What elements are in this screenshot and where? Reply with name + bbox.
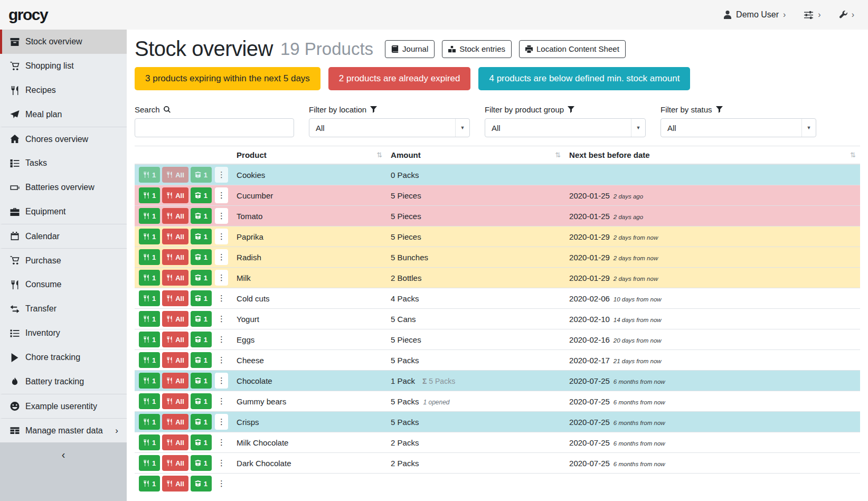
consume-all-button[interactable]: All [162,434,188,450]
open-one-button[interactable]: 1 [191,290,212,306]
row-menu-button[interactable]: ⋮ [215,352,228,368]
row-menu-button[interactable]: ⋮ [215,414,228,430]
row-menu-button[interactable]: ⋮ [215,455,228,471]
user-menu[interactable]: Demo User › [723,10,786,20]
consume-all-button[interactable]: All [162,229,188,244]
sidebar-item-chore-tracking[interactable]: Chore tracking [0,345,127,370]
sidebar-item-transfer[interactable]: Transfer [0,297,127,321]
open-one-button[interactable]: 1 [191,167,212,183]
open-one-button[interactable]: 1 [191,393,212,409]
open-one-button[interactable]: 1 [191,249,212,265]
column-header-product[interactable]: Product ⇅ [232,146,386,165]
row-menu-button[interactable]: ⋮ [215,208,228,224]
product-group-filter-select[interactable]: All ▼ [485,118,646,137]
consume-one-button[interactable]: 1 [139,270,160,286]
row-menu-button[interactable]: ⋮ [215,187,228,203]
sidebar-item-tasks[interactable]: Tasks [0,151,127,175]
open-one-button[interactable]: 1 [191,373,212,389]
consume-all-button[interactable]: All [162,373,188,389]
consume-all-button[interactable]: All [162,393,188,409]
consume-one-button[interactable]: 1 [139,208,160,224]
sidebar-item-manage-master-data[interactable]: Manage master data › [0,418,127,442]
consume-one-button[interactable]: 1 [139,187,160,203]
row-menu-button[interactable]: ⋮ [215,290,228,306]
sidebar-item-stock-overview[interactable]: Stock overview [0,30,127,54]
open-one-button[interactable]: 1 [191,434,212,450]
row-menu-button[interactable]: ⋮ [215,434,228,450]
open-one-button[interactable]: 1 [191,311,212,327]
sidebar-item-equipment[interactable]: Equipment [0,200,127,224]
app-logo[interactable]: grocy [8,6,48,24]
consume-all-button[interactable]: All [162,455,188,471]
open-one-button[interactable]: 1 [191,476,212,491]
sidebar-item-meal-plan[interactable]: Meal plan [0,102,127,127]
consume-all-button[interactable]: All [162,414,188,430]
alert-expiring-soon[interactable]: 3 products expiring within the next 5 da… [135,67,320,90]
open-one-button[interactable]: 1 [191,208,212,224]
consume-all-button[interactable]: All [162,249,188,265]
admin-menu[interactable]: › [839,10,854,20]
sidebar-item-purchase[interactable]: Purchase [0,248,127,272]
consume-all-button[interactable]: All [162,167,188,183]
open-one-button[interactable]: 1 [191,352,212,368]
consume-all-button[interactable]: All [162,187,188,203]
open-one-button[interactable]: 1 [191,332,212,347]
column-header-best-before[interactable]: Next best before date ⇅ [565,146,860,165]
consume-all-button[interactable]: All [162,352,188,368]
sidebar-item-shopping-list[interactable]: Shopping list [0,54,127,78]
location-content-sheet-button[interactable]: Location Content Sheet [519,40,626,58]
consume-one-button[interactable]: 1 [139,352,160,368]
consume-one-button[interactable]: 1 [139,332,160,347]
consume-all-button[interactable]: All [162,476,188,491]
status-filter-select[interactable]: All ▼ [661,118,816,137]
open-one-button[interactable]: 1 [191,187,212,203]
alert-expired[interactable]: 2 products are already expired [328,67,471,90]
sidebar-item-consume[interactable]: Consume [0,272,127,297]
settings-menu[interactable]: › [804,10,820,20]
consume-all-button[interactable]: All [162,332,188,347]
row-menu-button[interactable]: ⋮ [215,167,228,183]
open-one-button[interactable]: 1 [191,270,212,286]
consume-one-button[interactable]: 1 [139,167,160,183]
column-header-amount[interactable]: Amount ⇅ [386,146,565,165]
product-name: Dark Chocolate [232,453,386,474]
consume-all-button[interactable]: All [162,208,188,224]
row-menu-button[interactable]: ⋮ [215,332,228,347]
consume-all-button[interactable]: All [162,290,188,306]
stock-entries-button[interactable]: Stock entries [442,40,512,58]
row-menu-button[interactable]: ⋮ [215,311,228,327]
open-one-button[interactable]: 1 [191,229,212,244]
sidebar-item-battery-tracking[interactable]: Battery tracking [0,370,127,394]
sidebar-item-calendar[interactable]: Calendar [0,224,127,248]
consume-one-button[interactable]: 1 [139,434,160,450]
consume-one-button[interactable]: 1 [139,229,160,244]
sidebar-item-recipes[interactable]: Recipes [0,78,127,102]
open-one-button[interactable]: 1 [191,414,212,430]
consume-all-button[interactable]: All [162,270,188,286]
search-input[interactable] [135,118,294,137]
consume-one-button[interactable]: 1 [139,311,160,327]
row-menu-button[interactable]: ⋮ [215,476,228,491]
row-menu-button[interactable]: ⋮ [215,249,228,265]
consume-one-button[interactable]: 1 [139,290,160,306]
sidebar-item-chores-overview[interactable]: Chores overview [0,127,127,151]
location-filter-select[interactable]: All ▼ [309,118,470,137]
open-one-button[interactable]: 1 [191,455,212,471]
consume-one-button[interactable]: 1 [139,393,160,409]
consume-one-button[interactable]: 1 [139,455,160,471]
consume-one-button[interactable]: 1 [139,373,160,389]
sidebar-collapse-button[interactable]: ‹ [0,442,127,501]
sidebar-item-inventory[interactable]: Inventory [0,321,127,345]
consume-all-button[interactable]: All [162,311,188,327]
consume-one-button[interactable]: 1 [139,414,160,430]
row-menu-button[interactable]: ⋮ [215,229,228,244]
journal-button[interactable]: Journal [385,40,435,58]
alert-below-min-stock[interactable]: 4 products are below defined min. stock … [478,67,690,90]
sidebar-item-example-userentity[interactable]: Example userentity [0,394,127,418]
row-menu-button[interactable]: ⋮ [215,393,228,409]
sidebar-item-batteries-overview[interactable]: Batteries overview [0,175,127,200]
row-menu-button[interactable]: ⋮ [215,373,228,389]
row-menu-button[interactable]: ⋮ [215,270,228,286]
consume-one-button[interactable]: 1 [139,249,160,265]
consume-one-button[interactable]: 1 [139,476,160,491]
